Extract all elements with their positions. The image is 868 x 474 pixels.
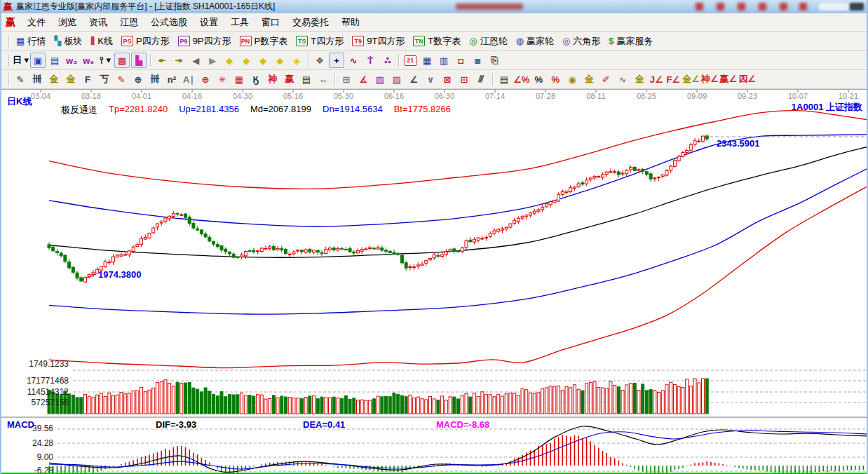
rays-box-tool[interactable]: ▨ xyxy=(372,72,388,87)
t-table-button[interactable]: TNT数字表 xyxy=(409,34,465,49)
gold-grid-tool[interactable]: 金 xyxy=(46,72,62,87)
map-mode-button[interactable]: ▩ xyxy=(114,53,130,68)
shen-angle-tool[interactable]: 神∠ xyxy=(701,72,719,87)
rays-box2-tool[interactable]: ▨ xyxy=(389,72,405,87)
next-bar-button[interactable]: ▶ xyxy=(205,53,220,68)
grid-comb-tool[interactable]: 卌 xyxy=(29,72,45,87)
k-quote-tool[interactable]: Ӄ xyxy=(248,72,264,87)
f-angle-tool[interactable]: F∠ xyxy=(665,72,681,87)
info-panel-button[interactable]: ▤ xyxy=(47,53,62,68)
histogram-mode-button[interactable]: ▙ xyxy=(131,53,147,68)
trend-line-button[interactable]: ∿ xyxy=(346,53,361,68)
menu-settings[interactable]: 设置 xyxy=(194,14,224,31)
a-line-tool[interactable]: A∣ xyxy=(181,72,196,87)
gold-underline-tool[interactable]: 金 xyxy=(632,72,647,87)
p-square-button[interactable]: PSP四方形 xyxy=(117,34,174,49)
sectors-button[interactable]: ▚板块 xyxy=(50,34,86,49)
red-rays-tool[interactable]: ∡ xyxy=(355,72,371,87)
angle-fan-tool[interactable]: ∠ xyxy=(406,72,421,87)
menu-browse[interactable]: 浏览 xyxy=(52,14,83,31)
save-button[interactable]: ◘ xyxy=(453,53,468,68)
compress-h-button[interactable]: ◆ xyxy=(272,53,287,68)
winner-service-button[interactable]: $赢家服务 xyxy=(604,34,657,49)
window-controls-blurred[interactable] xyxy=(819,3,848,11)
stats-list-tool[interactable]: ▤ xyxy=(496,72,512,87)
expand-h-button[interactable]: ◆ xyxy=(255,53,271,68)
period-day-dropdown[interactable]: 日 ▾ xyxy=(13,53,29,68)
prev-bar-button[interactable]: ◀ xyxy=(188,53,203,68)
shen-grid-tool[interactable]: 神 xyxy=(265,72,280,87)
percent-red-tool[interactable]: % xyxy=(548,72,563,87)
shift-left-button[interactable]: ◆ xyxy=(222,53,237,68)
comb2-tool[interactable]: 卌 xyxy=(147,72,163,87)
menu-file[interactable]: 文件 xyxy=(21,14,52,31)
9t-square-button[interactable]: T99T四方形 xyxy=(348,34,409,49)
pan-hand-button[interactable]: ❖ xyxy=(312,53,327,68)
calendar-button[interactable]: 21 xyxy=(402,53,418,68)
menu-window[interactable]: 窗口 xyxy=(255,14,286,31)
pen-tool[interactable]: ✎ xyxy=(13,72,28,87)
pattern-tool-button[interactable]: ஃ xyxy=(379,53,395,68)
wave-check-tool[interactable]: ∨ xyxy=(423,72,438,87)
memo-button[interactable]: ▥ xyxy=(436,53,452,68)
menu-news[interactable]: 资讯 xyxy=(83,14,114,31)
grid-cross-tool[interactable]: ⊠ xyxy=(440,72,455,87)
grid-box-tool[interactable]: ▦ xyxy=(231,72,247,87)
ruler-tool[interactable]: ▤ xyxy=(299,72,314,87)
gann-tool-button[interactable]: Ṫ xyxy=(362,53,378,68)
compass-tool[interactable]: ⊕ xyxy=(198,72,213,87)
four-angle-tool[interactable]: 四∠ xyxy=(738,72,756,87)
quotes-button[interactable]: ▦行情 xyxy=(12,34,50,49)
gold-grid2-tool[interactable]: 金 xyxy=(63,72,79,87)
p-table-button[interactable]: PNP数字表 xyxy=(236,34,292,49)
menu-trade[interactable]: 交易委托 xyxy=(286,14,335,31)
wave-box-tool[interactable]: ∿ xyxy=(615,72,630,87)
9p-square-button[interactable]: P99P四方形 xyxy=(174,34,236,49)
menu-gann[interactable]: 江恩 xyxy=(114,14,144,31)
calculator-button[interactable]: ▦ xyxy=(419,53,435,68)
kline-button[interactable]: ⫼K线 xyxy=(86,34,117,49)
n-square-tool[interactable]: n² xyxy=(164,72,179,87)
percent-line-tool[interactable]: ∠% xyxy=(513,72,529,87)
menu-formula-pick[interactable]: 公式选股 xyxy=(144,14,194,31)
gann-wheel-button[interactable]: ◎江恩轮 xyxy=(465,34,511,49)
gold-line-tool[interactable]: 金 xyxy=(581,72,597,87)
print-button[interactable]: ⎘ xyxy=(487,53,502,68)
brush-red-tool[interactable]: ✐ xyxy=(598,72,613,87)
gann-button-icon: Ṫ xyxy=(367,55,373,66)
three-lines-tool[interactable]: ⫻ xyxy=(473,72,489,87)
export-web-button[interactable]: ◙ xyxy=(470,53,485,68)
t-square-icon: TS xyxy=(296,36,308,46)
red-pen-tool[interactable]: ✎ xyxy=(114,72,129,87)
starburst-tool[interactable]: ✳ xyxy=(215,72,230,87)
compress-all-button[interactable]: ◈ xyxy=(289,53,304,68)
menu-tools[interactable]: 工具 xyxy=(224,14,255,31)
menu-help[interactable]: 帮助 xyxy=(335,14,366,31)
box-plus-tool[interactable]: ⊞ xyxy=(339,72,354,87)
time-circle-tool[interactable]: ⊕ xyxy=(130,72,146,87)
go-first-button[interactable]: ⯬ xyxy=(154,53,170,68)
go-last-button[interactable]: ⯮ xyxy=(171,53,187,68)
hexagon-button[interactable]: ◎六角形 xyxy=(558,34,604,49)
toolbar-chart-nav: 日 ▾▣▤w₃w₉⫯ ▾▩▙⯬⯮◀▶◆◆◆◆◈❖+∿Ṫஃ21▦▥◘◙⎘ xyxy=(1,51,867,70)
wave9-button[interactable]: w₉ xyxy=(81,53,96,68)
crosshair-button[interactable]: + xyxy=(329,53,344,68)
window-close-blurred[interactable] xyxy=(850,3,864,11)
s-curve-tool[interactable]: 丂 xyxy=(97,72,112,87)
gold-angle-tool[interactable]: 金∠ xyxy=(682,72,700,87)
win-grid-tool[interactable]: 赢 xyxy=(282,72,297,87)
percent-tool[interactable]: % xyxy=(531,72,546,87)
grid-arrow-tool[interactable]: ⊡ xyxy=(456,72,472,87)
width-arrow-tool[interactable]: ↔ xyxy=(316,72,331,87)
f-grid-tool[interactable]: F xyxy=(80,72,95,87)
three-lines-icon: ⫻ xyxy=(478,74,484,85)
winner-wheel-button[interactable]: ◍赢家轮 xyxy=(512,34,558,49)
win-angle-tool[interactable]: 赢∠ xyxy=(720,72,738,87)
t-square-button[interactable]: TST四方形 xyxy=(292,34,348,49)
window-layout-button[interactable]: ▣ xyxy=(30,53,46,68)
gold-circle-tool[interactable]: ◉ xyxy=(564,72,580,87)
j-angle-tool[interactable]: J∠ xyxy=(649,72,664,87)
candle-style-dropdown[interactable]: ⫯ ▾ xyxy=(97,53,113,68)
shift-right-button[interactable]: ◆ xyxy=(238,53,254,68)
wave3-button[interactable]: w₃ xyxy=(64,53,79,68)
